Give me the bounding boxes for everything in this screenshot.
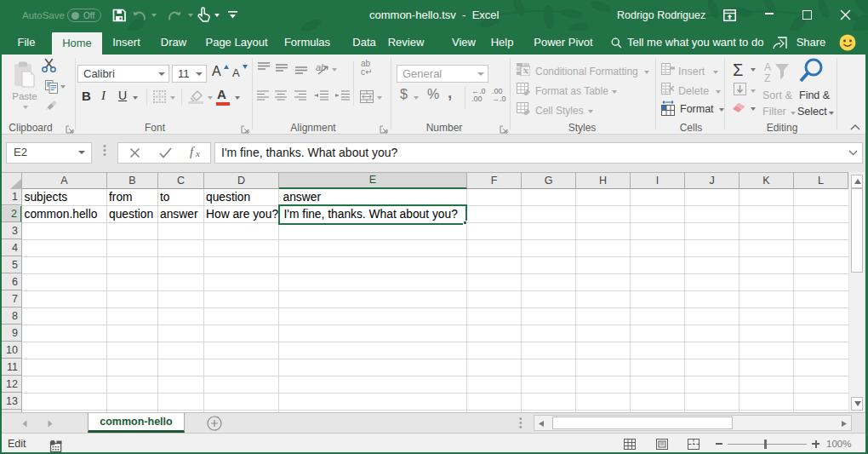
- svg-text:Z: Z: [764, 72, 770, 84]
- svg-text:A: A: [764, 61, 771, 73]
